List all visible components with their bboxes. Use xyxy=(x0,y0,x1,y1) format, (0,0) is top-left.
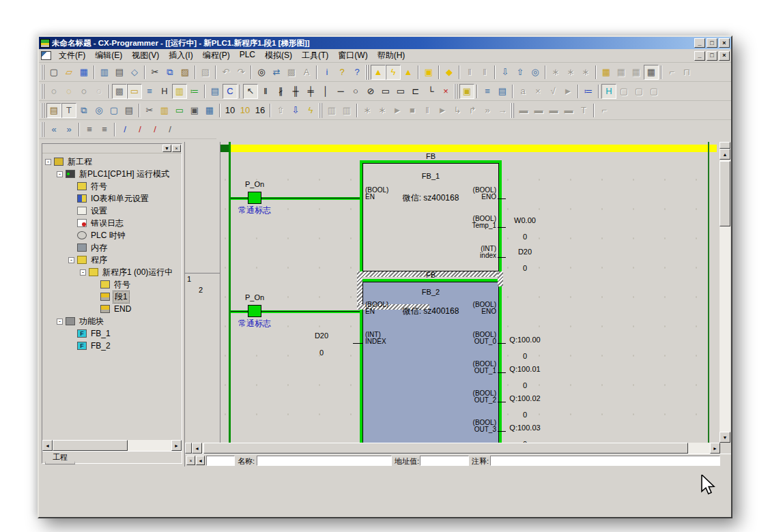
zoom-in-icon[interactable]: ◌ xyxy=(76,84,91,99)
fb2-pin-en[interactable]: (BOOL)EN xyxy=(365,301,408,315)
sim-scan-run-icon[interactable]: → xyxy=(495,103,510,118)
tree-scroll-right-icon[interactable]: ► xyxy=(171,440,182,451)
program-check-icon[interactable]: ▤ xyxy=(495,84,510,99)
toggle-grid-icon[interactable]: ▩ xyxy=(112,84,127,99)
show-section-list-icon[interactable]: ≔ xyxy=(187,84,202,99)
print-preview-icon[interactable]: ◇ xyxy=(127,65,142,80)
menu-item-s[interactable]: 模拟(S) xyxy=(260,48,297,63)
show-monitor-in-rung-icon[interactable]: ▥ xyxy=(172,84,187,99)
tree-item-node[interactable]: 符号 xyxy=(42,180,182,192)
network-tool-2-icon[interactable]: ▬ xyxy=(531,103,546,118)
toggle-address-reference-icon[interactable]: ▢ xyxy=(106,103,122,118)
copy-icon[interactable]: ⧉ xyxy=(162,65,177,80)
pen-tool-4-icon[interactable]: / xyxy=(162,122,177,137)
toolbar-grip[interactable] xyxy=(41,103,44,118)
fb2-pin-out_1[interactable]: (BOOL)OUT_1 xyxy=(454,361,496,374)
address-value-field[interactable] xyxy=(420,456,469,466)
monitor-decimal-icon[interactable]: 10 xyxy=(223,103,238,118)
menu-item-f[interactable]: 文件(F) xyxy=(54,48,90,63)
online-edit-send-icon[interactable]: ϟ xyxy=(303,103,318,118)
fb1-pin-eno[interactable]: (BOOL)ENO xyxy=(454,187,496,201)
fb2-pin-out_0[interactable]: (BOOL)OUT_0 xyxy=(454,331,496,345)
cancel-edit-icon[interactable]: × xyxy=(530,84,545,99)
ladder-canvas[interactable]: 1 2 P_On 常通标志 FB FB_1 微信: sz400168 xyxy=(185,142,720,443)
menu-item-t[interactable]: 工具(T) xyxy=(297,48,333,63)
cut-icon[interactable]: ✂ xyxy=(147,65,162,80)
help-icon[interactable]: ? xyxy=(334,65,350,80)
monitor-power-flow-icon[interactable]: ▣ xyxy=(459,84,474,99)
pause-monitoring-icon[interactable]: ‖ xyxy=(462,65,477,80)
work-online-simulator-icon[interactable]: ◆ xyxy=(442,65,457,80)
goto-next-reference-icon[interactable]: » xyxy=(61,122,76,137)
monitor-hexadecimal-icon[interactable]: 16 xyxy=(253,103,268,118)
print-preview-page-icon[interactable]: ▥ xyxy=(97,65,112,80)
memory-view-icon[interactable]: ▦ xyxy=(202,103,217,118)
monitor-io-area-icon[interactable]: ▦ xyxy=(599,65,614,80)
sim-pause-icon[interactable]: ‖ xyxy=(420,103,435,118)
toggle-project-window-icon[interactable]: ▤ xyxy=(46,103,61,118)
tree-expand-icon[interactable]: - xyxy=(68,257,74,263)
tab-project[interactable]: 工程 xyxy=(45,452,75,464)
compare-with-plc-icon[interactable]: ◎ xyxy=(528,65,543,80)
show-rung-list-icon[interactable]: ≡ xyxy=(82,122,97,137)
transfer-to-plc-icon[interactable]: ⇩ xyxy=(498,65,513,80)
close-button[interactable]: × xyxy=(719,38,730,48)
network-tool-5-icon[interactable]: T xyxy=(576,103,591,118)
new-or-contact-icon[interactable]: ╫ xyxy=(288,84,303,99)
paste-icon[interactable]: ▨ xyxy=(177,65,192,80)
show-comments-icon[interactable]: ▭ xyxy=(127,84,142,99)
address-reference-tool-icon[interactable]: ▥ xyxy=(157,103,172,118)
tree-expand-icon[interactable]: - xyxy=(57,319,63,325)
rung2-contact-p-on[interactable] xyxy=(248,305,261,317)
fb2-pin-out_2[interactable]: (BOOL)OUT_2 xyxy=(454,390,496,404)
show-rung-annotations-icon[interactable]: ≡ xyxy=(142,84,157,99)
change-model-icon[interactable]: A xyxy=(299,65,314,80)
fb2-pin-eno[interactable]: (BOOL)ENO xyxy=(454,301,496,315)
delete-rung-icon[interactable]: × xyxy=(438,84,453,99)
transfer-from-plc-icon[interactable]: ⇧ xyxy=(513,65,528,80)
monitor-hex-view-icon[interactable]: ▦ xyxy=(644,65,659,80)
child-restore-button[interactable]: □ xyxy=(707,51,717,61)
ladder-split-handle[interactable] xyxy=(719,142,730,149)
tree-horizontal-scrollbar[interactable]: ◄ ► xyxy=(42,440,182,451)
tree-item-1[interactable]: 段1 xyxy=(42,291,182,303)
sim-mode-1-icon[interactable]: ∗ xyxy=(360,103,375,118)
ladder-vscroll-thumb[interactable] xyxy=(719,161,730,226)
paste-attributes-icon[interactable]: ▧ xyxy=(198,65,213,80)
replace-icon[interactable]: ⇄ xyxy=(269,65,284,80)
open-icon[interactable]: ▱ xyxy=(61,65,76,80)
ladder-vertical-scrollbar[interactable]: ▲ ▼ xyxy=(719,142,730,443)
cross-reference-report-icon[interactable]: ✂ xyxy=(142,103,157,118)
show-usage-list-icon[interactable]: ≡ xyxy=(97,122,112,137)
tree-item-node[interactable]: 设置 xyxy=(42,205,182,217)
sim-continuous-step-icon[interactable]: » xyxy=(480,103,495,118)
new-fb-invocation-icon[interactable]: ⊏ xyxy=(408,84,423,99)
context-help-icon[interactable]: ? xyxy=(350,65,365,80)
toolbar-grip[interactable] xyxy=(41,65,44,80)
ladder-scroll-left-icon[interactable]: ◄ xyxy=(192,443,202,454)
rung1-contact-p-on[interactable] xyxy=(248,192,261,204)
io-comment-view-icon[interactable]: ▭ xyxy=(172,103,187,118)
ladder-scroll-right-icon[interactable]: ► xyxy=(710,443,720,454)
browse-hierarchy-icon[interactable]: ≔ xyxy=(581,84,596,99)
pen-tool-2-icon[interactable]: / xyxy=(132,122,147,137)
tree-item-fb_2[interactable]: FFB_2 xyxy=(42,340,182,352)
new-closed-contact-icon[interactable]: ∦ xyxy=(273,84,288,99)
transfer-fb-to-plc-icon[interactable]: ⇧ xyxy=(273,103,288,118)
ladder-hscroll-thumb[interactable] xyxy=(203,443,688,454)
window-view-1-icon[interactable]: ▢ xyxy=(616,84,631,99)
fb1-pin-en[interactable]: (BOOL)EN xyxy=(365,187,408,201)
apply-edit-icon[interactable]: √ xyxy=(545,84,560,99)
print-icon[interactable]: ▤ xyxy=(112,65,127,80)
menu-item-w[interactable]: 窗口(W) xyxy=(333,48,372,63)
fb1-temp1-address[interactable]: W0.00 xyxy=(503,216,547,224)
show-program-list-icon[interactable]: ▣ xyxy=(187,103,202,118)
symbol-type-field[interactable] xyxy=(206,456,235,466)
new-icon[interactable]: ▢ xyxy=(46,65,61,80)
zoom-out-icon[interactable]: ◌ xyxy=(91,84,106,99)
force-on-icon[interactable]: ∗ xyxy=(548,65,563,80)
network-tool-3-icon[interactable]: ▬ xyxy=(546,103,561,118)
ladder-hsplit-handle[interactable] xyxy=(185,443,192,454)
view-mnemonics-icon[interactable]: ▤ xyxy=(208,84,223,99)
tree-scroll-thumb[interactable] xyxy=(53,440,128,451)
